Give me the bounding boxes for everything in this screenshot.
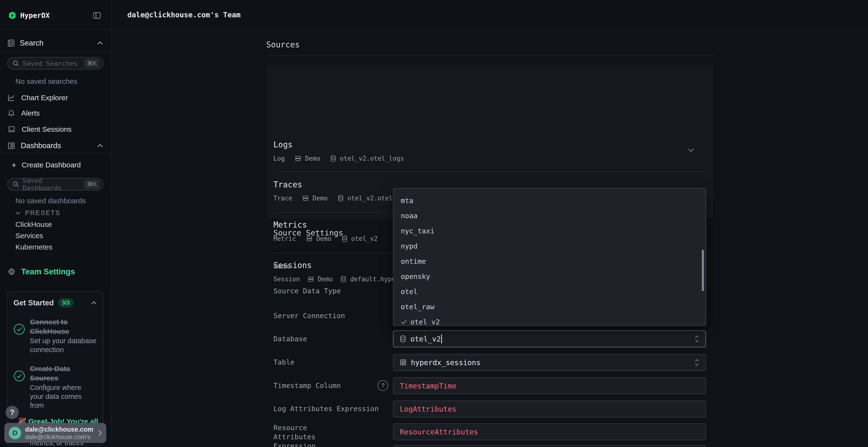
get-started-title: Get Started <box>13 299 54 307</box>
collapse-sidebar-icon[interactable] <box>93 12 101 19</box>
team-title: dale@clickhouse.com's Team <box>127 10 241 19</box>
preset-kubernetes[interactable]: Kubernetes <box>16 243 52 251</box>
sidebar-item-alerts[interactable]: Alerts <box>8 108 40 118</box>
step-title: Create Data Sources <box>30 364 97 383</box>
dropdown-scrollbar[interactable] <box>702 250 704 291</box>
database-select[interactable]: otel_v2 <box>393 331 706 347</box>
connection-name: Demo <box>305 155 320 162</box>
divider <box>273 171 706 172</box>
dropdown-option[interactable]: noaa <box>394 208 706 223</box>
server-icon <box>295 156 301 162</box>
option-label: otel_raw <box>401 303 434 311</box>
dropdown-option[interactable]: otel_raw <box>394 299 706 314</box>
sidebar-item-client-sessions[interactable]: Client Sessions <box>8 125 72 134</box>
source-settings-heading: Source Settings <box>273 228 343 238</box>
get-started-step-sources[interactable]: Create Data Sources Configure where your… <box>13 364 97 410</box>
chart-explorer-icon <box>8 94 15 101</box>
dropdown-option[interactable]: otel <box>394 284 706 299</box>
user-org: dale@clickhouse.com's <box>25 433 93 441</box>
option-label: mta <box>401 197 413 205</box>
field-label-timestamp: Timestamp Column <box>273 381 341 390</box>
get-started-step-connect[interactable]: Connect to ClickHouse Set up your databa… <box>13 317 97 354</box>
field-label-database: Database <box>273 335 307 343</box>
select-chevrons-icon[interactable] <box>694 358 699 367</box>
field-label-table: Table <box>273 358 294 366</box>
database-value: otel_v2 <box>410 335 441 343</box>
user-menu[interactable]: D dale@clickhouse.com dale@clickhouse.co… <box>4 423 106 443</box>
preset-services[interactable]: Services <box>16 232 43 240</box>
laptop-icon <box>8 126 16 133</box>
select-chevrons-icon[interactable] <box>694 335 699 343</box>
resource-attributes-value: ResourceAttributes <box>400 428 478 436</box>
option-label: opensky <box>401 272 430 281</box>
create-dashboard-button[interactable]: + Create Dashboard <box>11 161 81 170</box>
chevron-right-icon <box>98 430 102 436</box>
dropdown-option[interactable]: nypd <box>394 238 706 253</box>
step-description: Set up your database connection <box>30 337 97 354</box>
plus-icon: + <box>11 161 17 169</box>
server-icon <box>308 276 314 282</box>
sidebar-section-dashboards[interactable]: Dashboards <box>8 141 103 151</box>
database-icon <box>340 276 346 282</box>
table-path: default.hyperdx_s <box>350 276 393 283</box>
check-icon <box>401 319 407 325</box>
source-type: Session <box>273 276 300 283</box>
chevron-up-icon[interactable] <box>97 144 103 148</box>
chevron-up-icon[interactable] <box>97 41 103 45</box>
dropdown-option[interactable]: mta <box>394 193 706 208</box>
team-settings-label: Team Settings <box>21 267 75 276</box>
field-label-source-data-type: Source Data Type <box>273 287 341 295</box>
search-icon <box>12 181 19 187</box>
dashboards-icon <box>8 142 15 149</box>
option-label: noaa <box>401 212 417 220</box>
dropdown-option[interactable]: nyc_taxi <box>394 223 706 238</box>
field-label-log-attributes: Log Attributes Expression <box>273 405 379 413</box>
check-circle-icon <box>13 370 25 410</box>
field-label-name: Name <box>273 262 290 270</box>
sidebar-section-search[interactable]: Search <box>8 38 103 48</box>
connection-name: Demo <box>318 276 333 283</box>
saved-searches-placeholder: Saved Searches <box>23 60 84 67</box>
page-title: Sources <box>266 40 300 49</box>
saved-dashboards-input[interactable]: Saved Dashboards ⌘K <box>7 178 103 191</box>
text-cursor <box>441 334 442 343</box>
divider <box>0 52 111 52</box>
source-section-logs-title: Logs <box>273 140 292 149</box>
table-path: otel_v2.otel_logs <box>340 155 404 162</box>
sidebar-item-chart-explorer[interactable]: Chart Explorer <box>8 93 68 103</box>
divider <box>0 153 111 153</box>
database-icon <box>400 335 406 342</box>
field-label-resource-attributes: Resource Attributes Expression <box>273 423 353 447</box>
connection-name: Demo <box>312 195 328 202</box>
dropdown-option[interactable]: opensky <box>394 269 706 284</box>
dropdown-option-selected[interactable]: otel_v2 <box>394 314 706 326</box>
team-settings-link[interactable]: Team Settings <box>8 266 75 277</box>
option-label: otel <box>401 287 417 296</box>
get-started-header[interactable]: Get Started 3/3 <box>13 298 97 308</box>
help-tooltip-icon[interactable]: ? <box>378 380 388 391</box>
saved-dashboards-placeholder: Saved Dashboards <box>23 177 84 192</box>
source-type: Trace <box>273 195 292 202</box>
preset-clickhouse[interactable]: ClickHouse <box>16 220 52 229</box>
chevron-down-icon[interactable] <box>688 148 694 152</box>
avatar-initial: D <box>12 429 18 437</box>
dashboards-section-label: Dashboards <box>21 141 61 150</box>
dropdown-option[interactable]: ontime <box>394 253 706 269</box>
avatar: D <box>9 427 21 439</box>
question-mark-icon: ? <box>10 408 15 417</box>
log-attributes-input[interactable]: LogAttributes <box>393 401 706 417</box>
option-label: otel_v2 <box>410 318 440 326</box>
next-field-partial <box>393 445 706 447</box>
saved-searches-input[interactable]: Saved Searches ⌘K <box>7 57 103 70</box>
help-button[interactable]: ? <box>5 406 19 419</box>
resource-attributes-input[interactable]: ResourceAttributes <box>393 423 706 440</box>
divider <box>273 253 393 253</box>
shortcut-badge: ⌘K <box>84 180 100 189</box>
table-select[interactable]: hyperdx_sessions <box>393 354 706 371</box>
timestamp-column-input[interactable]: TimestampTime <box>393 377 706 394</box>
chevron-up-icon[interactable] <box>91 301 97 305</box>
presets-toggle[interactable]: PRESETS <box>16 209 61 217</box>
server-icon <box>302 195 309 201</box>
sidebar: HyperDX Search <box>0 0 112 447</box>
source-type: Log <box>273 155 285 162</box>
